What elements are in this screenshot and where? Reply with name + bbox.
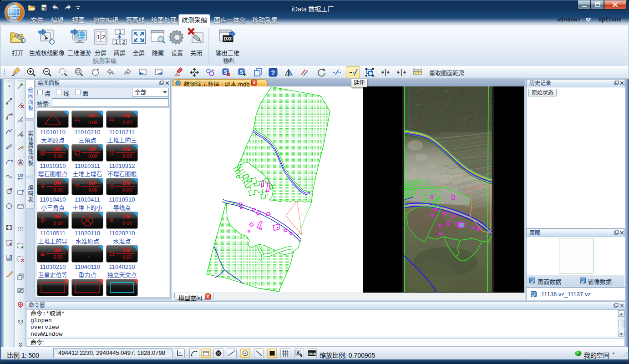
svg-text:0.00: 0.00 — [88, 154, 97, 159]
svg-text:DXF: DXF — [224, 36, 233, 41]
svg-text:1: 1 — [97, 34, 100, 40]
svg-text:DM: DM — [54, 248, 61, 253]
svg-text:RGB: RGB — [309, 352, 317, 356]
svg-text:S: S — [224, 69, 227, 75]
svg-text:DM: DM — [54, 214, 61, 219]
svg-text:S: S — [240, 69, 243, 75]
svg-text:DM: DM — [88, 147, 96, 152]
svg-text:?: ? — [271, 69, 275, 76]
svg-text:A: A — [296, 350, 300, 356]
svg-text:DM: DM — [123, 113, 130, 118]
svg-text:123: 123 — [18, 174, 23, 177]
svg-text:2: 2 — [102, 34, 105, 40]
svg-text:DM: DM — [123, 181, 130, 186]
svg-text:1: 1 — [115, 40, 118, 45]
svg-text:0.00: 0.00 — [54, 154, 63, 159]
svg-text:DM: DM — [123, 248, 130, 253]
svg-text:2: 2 — [122, 40, 125, 45]
svg-text:1: 1 — [119, 30, 122, 35]
svg-text:0.00: 0.00 — [88, 120, 97, 125]
svg-text:DM: DM — [88, 181, 96, 186]
svg-text:0.00: 0.00 — [54, 187, 63, 192]
svg-text:DM: DM — [123, 214, 130, 219]
svg-text:0.00: 0.00 — [123, 154, 132, 159]
svg-text:0.00: 0.00 — [123, 187, 132, 192]
svg-text:0.00: 0.00 — [88, 187, 97, 192]
svg-text:DM: DM — [54, 147, 61, 152]
svg-text:DM: DM — [88, 113, 96, 118]
svg-text:0.00: 0.00 — [123, 120, 132, 125]
svg-text:DM: DM — [54, 181, 61, 186]
svg-text:0.00: 0.00 — [123, 221, 132, 226]
svg-text:0.00: 0.00 — [54, 255, 63, 260]
svg-text:0.00: 0.00 — [54, 221, 63, 226]
svg-text:DM: DM — [123, 147, 130, 152]
svg-text:0.00: 0.00 — [123, 255, 132, 260]
